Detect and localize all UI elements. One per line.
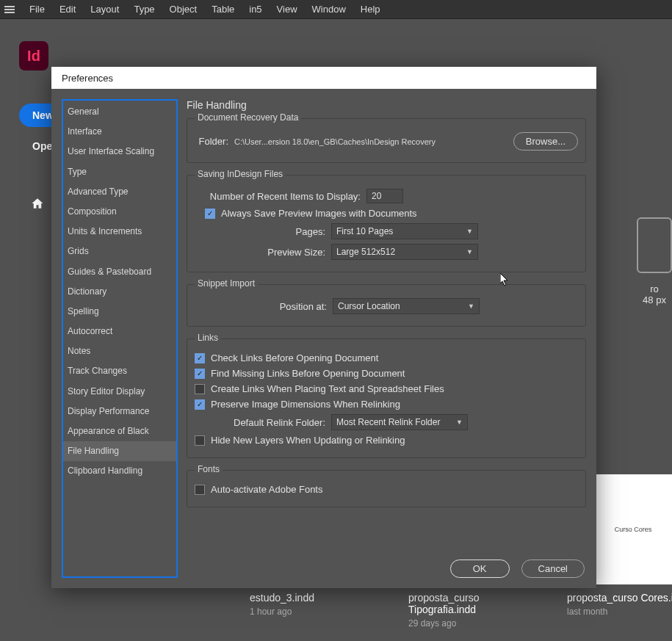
hide-new-layers-checkbox[interactable]: ✓ Hide New Layers When Updating or Relin… xyxy=(195,435,405,446)
sidebar-item-interface[interactable]: Interface xyxy=(63,122,176,142)
group-recovery: Document Recovery Data Folder: C:\User..… xyxy=(187,118,586,163)
recent-time: 29 days ago xyxy=(408,618,541,629)
checkbox-label: Find Missing Links Before Opening Docume… xyxy=(211,368,405,379)
sidebar-item-type[interactable]: Type xyxy=(63,162,176,182)
menu-edit[interactable]: Edit xyxy=(52,1,83,17)
recent-title: estudo_3.indd xyxy=(250,592,382,604)
group-title: Snippet Import xyxy=(195,278,258,289)
checkbox-icon: ✓ xyxy=(195,435,205,446)
checkbox-icon: ✓ xyxy=(195,353,205,363)
recent-time: last month xyxy=(567,606,672,617)
ok-button[interactable]: OK xyxy=(450,559,510,578)
check-links-checkbox[interactable]: ✓ Check Links Before Opening Document xyxy=(195,352,378,363)
sidebar-item-display-perf[interactable]: Display Performance xyxy=(63,402,176,421)
open-button-partial[interactable]: Ope xyxy=(32,140,52,152)
menu-view[interactable]: View xyxy=(270,1,305,17)
position-select[interactable]: Cursor Location ▼ xyxy=(333,298,480,314)
preferences-panel: File Handling Document Recovery Data Fol… xyxy=(187,99,586,578)
preset-peek: ro 48 px xyxy=(637,217,672,305)
sidebar-item-autocorrect[interactable]: Autocorrect xyxy=(63,322,176,341)
browse-button[interactable]: Browse... xyxy=(513,132,578,151)
checkbox-label: Always Save Preview Images with Document… xyxy=(221,208,417,219)
menu-table[interactable]: Table xyxy=(204,1,242,17)
checkbox-icon: ✓ xyxy=(205,209,215,219)
group-title: Document Recovery Data xyxy=(195,112,301,123)
app-body: Id New Ope ro 48 px estudo_3.indd 1 hour… xyxy=(0,19,672,641)
preset-name-partial: ro xyxy=(637,283,672,294)
menu-items: File Edit Layout Type Object Table in5 V… xyxy=(22,1,388,17)
group-saving: Saving InDesign Files Number of Recent I… xyxy=(187,175,586,272)
recovery-folder-path: C:\User...ersion 18.0\en_GB\Caches\InDes… xyxy=(234,137,436,146)
sidebar-item-story-editor[interactable]: Story Editor Display xyxy=(63,382,176,402)
checkbox-icon: ✓ xyxy=(195,485,205,495)
relink-folder-label: Default Relink Folder: xyxy=(217,417,325,428)
chevron-down-icon: ▼ xyxy=(456,419,463,426)
menu-type[interactable]: Type xyxy=(126,1,162,17)
sidebar-item-composition[interactable]: Composition xyxy=(63,202,176,222)
preferences-dialog: Preferences General Interface User Inter… xyxy=(51,67,596,588)
sidebar-item-track-changes[interactable]: Track Changes xyxy=(63,361,176,381)
sidebar-item-units[interactable]: Units & Increments xyxy=(63,222,176,242)
preserve-dimensions-checkbox[interactable]: ✓ Preserve Image Dimensions When Relinki… xyxy=(195,399,400,410)
recent-items-label: Number of Recent Items to Display: xyxy=(205,191,361,202)
chevron-down-icon: ▼ xyxy=(466,228,473,235)
cancel-button[interactable]: Cancel xyxy=(521,559,585,578)
menu-help[interactable]: Help xyxy=(353,1,388,17)
preview-images-checkbox[interactable]: ✓ Always Save Preview Images with Docume… xyxy=(205,208,417,219)
dialog-title: Preferences xyxy=(51,67,596,89)
sidebar-item-grids[interactable]: Grids xyxy=(63,242,176,261)
group-links: Links ✓ Check Links Before Opening Docum… xyxy=(187,338,586,458)
chevron-down-icon: ▼ xyxy=(466,248,473,256)
sidebar-item-appearance-black[interactable]: Appearance of Black xyxy=(63,421,176,441)
home-icon[interactable] xyxy=(31,197,44,209)
preview-size-label: Preview Size: xyxy=(195,247,325,258)
recent-title: proposta_curso Cores.indd xyxy=(567,592,672,604)
checkbox-icon: ✓ xyxy=(195,384,205,394)
auto-activate-fonts-checkbox[interactable]: ✓ Auto-activate Adobe Fonts xyxy=(195,484,322,495)
menu-file[interactable]: File xyxy=(22,1,52,17)
select-value: Large 512x512 xyxy=(336,247,395,257)
preferences-sidebar: General Interface User Interface Scaling… xyxy=(62,99,178,578)
recent-title: proposta_curso Tipografia.indd xyxy=(408,592,541,615)
checkbox-label: Check Links Before Opening Document xyxy=(211,352,378,363)
select-value: Most Recent Relink Folder xyxy=(336,417,440,427)
checkbox-icon: ✓ xyxy=(195,369,205,379)
sidebar-item-advanced-type[interactable]: Advanced Type xyxy=(63,182,176,202)
find-missing-checkbox[interactable]: ✓ Find Missing Links Before Opening Docu… xyxy=(195,368,405,379)
group-fonts: Fonts ✓ Auto-activate Adobe Fonts xyxy=(187,470,586,507)
app-menubar: File Edit Layout Type Object Table in5 V… xyxy=(0,0,672,19)
checkbox-label: Hide New Layers When Updating or Relinki… xyxy=(211,435,405,446)
recent-time: 1 hour ago xyxy=(250,606,382,617)
sidebar-item-notes[interactable]: Notes xyxy=(63,341,176,361)
menu-object[interactable]: Object xyxy=(162,1,205,17)
group-title: Fonts xyxy=(195,464,223,474)
chevron-down-icon: ▼ xyxy=(468,303,474,310)
menu-layout[interactable]: Layout xyxy=(83,1,126,17)
recent-items-input[interactable] xyxy=(366,189,403,203)
hamburger-icon[interactable] xyxy=(4,6,15,13)
sidebar-item-dictionary[interactable]: Dictionary xyxy=(63,282,176,302)
pages-label: Pages: xyxy=(195,226,325,237)
menu-in5[interactable]: in5 xyxy=(242,1,269,17)
sidebar-item-general[interactable]: General xyxy=(63,102,176,122)
panel-title: File Handling xyxy=(187,99,586,111)
sidebar-item-file-handling[interactable]: File Handling xyxy=(63,441,176,461)
menu-window[interactable]: Window xyxy=(305,1,353,17)
group-snippet: Snippet Import Position at: Cursor Locat… xyxy=(187,284,586,327)
sidebar-item-spelling[interactable]: Spelling xyxy=(63,302,176,322)
checkbox-label: Auto-activate Adobe Fonts xyxy=(211,484,322,495)
select-value: Cursor Location xyxy=(338,301,400,311)
create-links-checkbox[interactable]: ✓ Create Links When Placing Text and Spr… xyxy=(195,383,444,394)
checkbox-label: Create Links When Placing Text and Sprea… xyxy=(211,383,444,394)
preview-size-select[interactable]: Large 512x512 ▼ xyxy=(331,244,478,260)
sidebar-item-ui-scaling[interactable]: User Interface Scaling xyxy=(63,142,176,162)
sidebar-item-guides[interactable]: Guides & Pasteboard xyxy=(63,262,176,282)
app-logo-icon: Id xyxy=(19,41,48,70)
select-value: First 10 Pages xyxy=(336,226,393,236)
preset-size-partial: 48 px xyxy=(637,294,672,305)
relink-folder-select[interactable]: Most Recent Relink Folder ▼ xyxy=(331,414,468,430)
position-label: Position at: xyxy=(195,301,327,312)
sidebar-item-clipboard[interactable]: Clipboard Handling xyxy=(63,461,176,481)
pages-select[interactable]: First 10 Pages ▼ xyxy=(331,223,478,239)
checkbox-label: Preserve Image Dimensions When Relinking xyxy=(211,399,400,410)
